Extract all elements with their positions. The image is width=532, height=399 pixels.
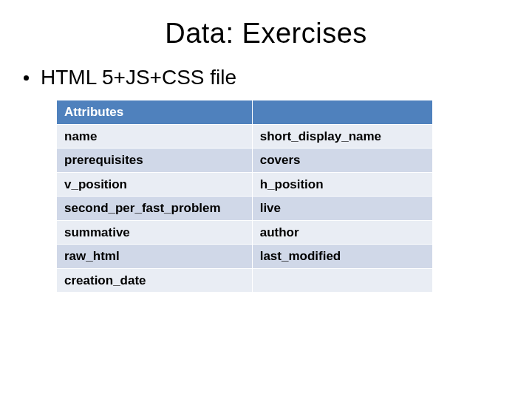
attr-cell-empty	[252, 268, 432, 293]
attr-cell: author	[252, 220, 432, 245]
table-row: second_per_fast_problem live	[57, 197, 433, 221]
table-header-row: Attributes	[57, 100, 433, 125]
attr-cell: second_per_fast_problem	[57, 197, 253, 221]
bullet-text: HTML 5+JS+CSS file	[41, 66, 236, 89]
table-row: prerequisites covers	[57, 149, 433, 173]
attr-cell: raw_html	[57, 245, 253, 269]
slide-title: Data: Exercises	[30, 18, 502, 50]
attributes-table: Attributes name short_display_name prere…	[56, 100, 433, 293]
table-header-blank	[252, 100, 432, 125]
attr-cell: creation_date	[57, 268, 253, 293]
bullet-item: HTML 5+JS+CSS file	[24, 66, 502, 89]
table-row: name short_display_name	[57, 124, 433, 149]
attr-cell: v_position	[57, 172, 253, 197]
slide: Data: Exercises HTML 5+JS+CSS file Attri…	[0, 0, 532, 399]
attr-cell: last_modified	[252, 245, 432, 269]
attr-cell: short_display_name	[252, 124, 432, 149]
table-header-attributes: Attributes	[57, 100, 253, 125]
attributes-table-wrap: Attributes name short_display_name prere…	[56, 100, 433, 293]
attr-cell: covers	[252, 149, 432, 173]
bullet-icon	[24, 75, 29, 81]
attr-cell: prerequisites	[57, 149, 253, 173]
table-row: raw_html last_modified	[57, 245, 433, 269]
table-row: creation_date	[57, 268, 433, 293]
attr-cell: summative	[57, 220, 253, 245]
table-row: v_position h_position	[57, 172, 433, 197]
attr-cell: live	[252, 197, 432, 221]
attr-cell: h_position	[252, 172, 432, 197]
attr-cell: name	[57, 124, 253, 149]
table-row: summative author	[57, 220, 433, 245]
